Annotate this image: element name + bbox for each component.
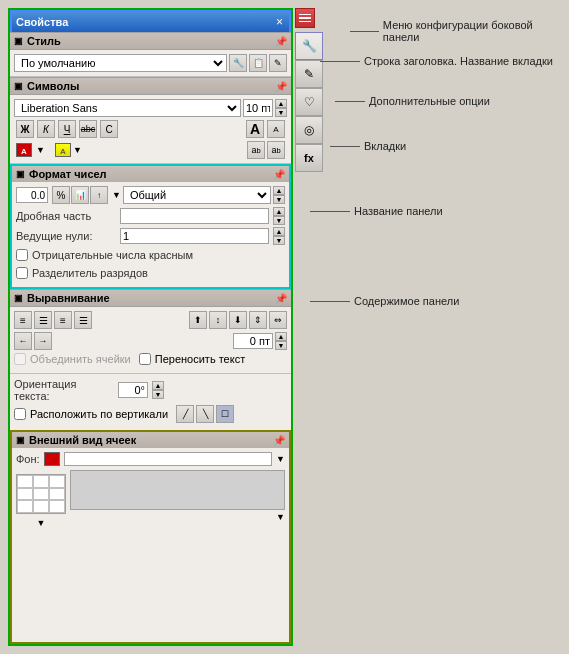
decimal-down[interactable]: ▼: [273, 216, 285, 225]
bg-arrow[interactable]: ▼: [276, 454, 285, 464]
merge-checkbox[interactable]: [14, 353, 26, 365]
bg-preview-right: ▼: [70, 470, 285, 528]
align-right-btn[interactable]: ≡: [54, 311, 72, 329]
style-section-header[interactable]: ▣ Стиль 📌: [10, 32, 291, 50]
align-section-header[interactable]: ▣ Выравнивание 📌: [10, 289, 291, 307]
tab-styles[interactable]: ✎: [295, 60, 323, 88]
bold-button[interactable]: Ж: [16, 120, 34, 138]
symbols-section-content: Liberation Sans ▲ ▼ Ж К Ч аbс С A A: [10, 95, 291, 164]
num-format-spinner: ▲ ▼: [273, 186, 285, 204]
outline-button[interactable]: С: [100, 120, 118, 138]
valign-top-btn[interactable]: ⬆: [189, 311, 207, 329]
panel-header: Свойства ×: [10, 10, 291, 32]
align-left-btn[interactable]: ≡: [14, 311, 32, 329]
indent-down[interactable]: ▼: [275, 341, 287, 350]
indent-input[interactable]: [233, 333, 273, 349]
font-size-down[interactable]: ▼: [275, 108, 287, 117]
grid-preview-area: ▼ ▼: [16, 470, 285, 528]
cell-appear-label: Внешний вид ячеек: [29, 434, 136, 446]
bg-color-btn[interactable]: [44, 452, 60, 466]
symbols-section-header[interactable]: ▣ Символы 📌: [10, 77, 291, 95]
annotation-menu-config: Меню конфигурации боковой панели: [350, 19, 565, 43]
bg-preview-arrow[interactable]: ▼: [276, 512, 285, 522]
num-format-arrow[interactable]: ▼: [112, 190, 121, 200]
bg-bar: [64, 452, 272, 466]
style-icon-btn-3[interactable]: ✎: [269, 54, 287, 72]
leading-zeros-input[interactable]: [120, 228, 269, 244]
indent-left-btn[interactable]: ←: [14, 332, 32, 350]
pin-icon: 📌: [275, 36, 287, 47]
font-color-arrow[interactable]: ▼: [36, 145, 45, 155]
grid-cell-6: [49, 488, 65, 501]
tab-properties[interactable]: 🔧: [295, 32, 323, 60]
close-button[interactable]: ×: [274, 15, 285, 29]
num-format-down[interactable]: ▼: [273, 195, 285, 204]
italic-button[interactable]: К: [37, 120, 55, 138]
orient-btn-3[interactable]: ☐: [216, 405, 234, 423]
align-center-btn[interactable]: ☰: [34, 311, 52, 329]
vertical-checkbox[interactable]: [14, 408, 26, 420]
strikethrough-button[interactable]: аbс: [79, 120, 97, 138]
style-select[interactable]: По умолчанию: [14, 54, 227, 72]
tab-effects[interactable]: ◎: [295, 116, 323, 144]
size-small-button[interactable]: A: [267, 120, 285, 138]
grid-cell-7: [17, 500, 33, 513]
annotation-line-1: [350, 31, 379, 32]
subscript-btn[interactable]: ab: [267, 141, 285, 159]
tab-gallery[interactable]: ♡: [295, 88, 323, 116]
orient-btn-1[interactable]: ╱: [176, 405, 194, 423]
wrap-checkbox[interactable]: [139, 353, 151, 365]
orient-btn-2[interactable]: ╲: [196, 405, 214, 423]
num-format-up[interactable]: ▲: [273, 186, 285, 195]
style-icon-btn-1[interactable]: 🔧: [229, 54, 247, 72]
cell-appear-content: Фон: ▼: [10, 448, 291, 644]
indent-up[interactable]: ▲: [275, 332, 287, 341]
annotation-menu-text: Меню конфигурации боковой панели: [383, 19, 565, 43]
grid-preview-container: ▼: [16, 470, 66, 528]
separator-label: Разделитель разрядов: [32, 267, 148, 279]
orientation-down[interactable]: ▼: [152, 390, 164, 399]
indent-right-btn[interactable]: →: [34, 332, 52, 350]
leading-zeros-up[interactable]: ▲: [273, 227, 285, 236]
num-format-section-header[interactable]: ▣ Формат чисел 📌: [10, 164, 291, 182]
num-format-select[interactable]: Общий: [123, 186, 271, 204]
valign-mid-btn[interactable]: ↕: [209, 311, 227, 329]
num-collapse-icon: ▣: [16, 169, 25, 179]
grid-arrow[interactable]: ▼: [37, 518, 46, 528]
super-sub-group: ab ab: [247, 141, 285, 159]
size-large-button[interactable]: A: [246, 120, 264, 138]
font-size-up[interactable]: ▲: [275, 99, 287, 108]
superscript-btn[interactable]: ab: [247, 141, 265, 159]
decimal-input[interactable]: [120, 208, 269, 224]
cell-appear-section-header[interactable]: ▣ Внешний вид ячеек 📌: [10, 430, 291, 448]
style-icon-btn-2[interactable]: 📋: [249, 54, 267, 72]
num-format-icon-3[interactable]: ↑: [90, 186, 108, 204]
grid-cell-8: [33, 500, 49, 513]
leading-zeros-down[interactable]: ▼: [273, 236, 285, 245]
highlight-arrow[interactable]: ▼: [73, 145, 82, 155]
orientation-row: Ориентация текста: ▲ ▼: [14, 378, 287, 402]
tab-functions[interactable]: fx: [295, 144, 323, 172]
sidebar-menu-button[interactable]: [295, 8, 315, 28]
negative-red-checkbox[interactable]: [16, 249, 28, 261]
font-select[interactable]: Liberation Sans: [14, 99, 241, 117]
valign-extra-btn[interactable]: ⇔: [269, 311, 287, 329]
align-justify-btn[interactable]: ☰: [74, 311, 92, 329]
grid-cell-3: [49, 475, 65, 488]
valign-bot-btn[interactable]: ⬇: [229, 311, 247, 329]
num-display-input[interactable]: 0.0: [16, 187, 48, 203]
valign-dist-btn[interactable]: ⇕: [249, 311, 267, 329]
orientation-input[interactable]: [118, 382, 148, 398]
grid-cell-1: [17, 475, 33, 488]
orientation-btns: ╱ ╲ ☐: [176, 405, 234, 423]
num-format-icon-2[interactable]: 📊: [71, 186, 89, 204]
separator-checkbox[interactable]: [16, 267, 28, 279]
underline-button[interactable]: Ч: [58, 120, 76, 138]
vertical-label: Расположить по вертикали: [30, 408, 168, 420]
annotation-content-text: Содержимое панели: [354, 295, 459, 307]
num-format-icon-1[interactable]: %: [52, 186, 70, 204]
symbols-section-label: Символы: [27, 80, 79, 92]
orientation-up[interactable]: ▲: [152, 381, 164, 390]
font-size-input[interactable]: [243, 99, 273, 117]
decimal-up[interactable]: ▲: [273, 207, 285, 216]
